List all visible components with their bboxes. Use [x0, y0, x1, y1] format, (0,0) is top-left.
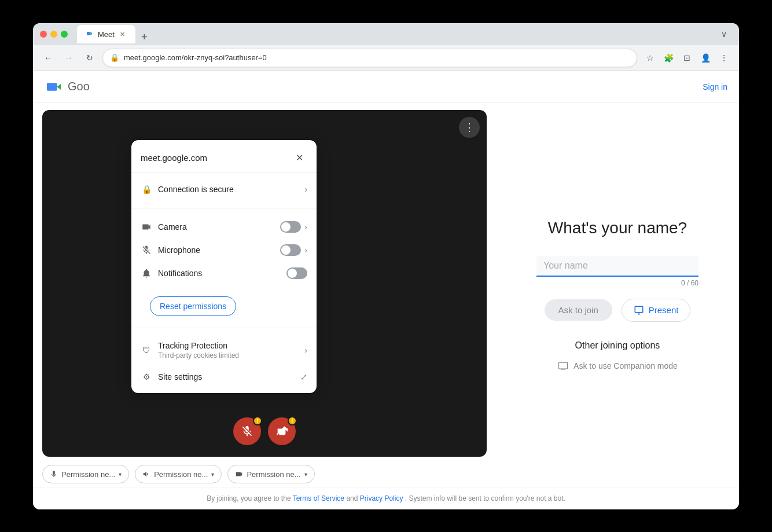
minimize-button[interactable] — [50, 31, 57, 38]
video-more-button[interactable]: ⋮ — [459, 117, 480, 138]
lock-icon: 🔒 — [110, 53, 119, 62]
browser-window: Meet ✕ + ∨ ← → ↻ 🔒 meet.google.com/okr-z… — [33, 23, 739, 509]
traffic-lights — [40, 31, 68, 38]
mic-perm-label: Permission ne... — [61, 470, 115, 479]
site-settings-external-icon: ⤢ — [300, 372, 307, 381]
terms-of-service-link[interactable]: Terms of Service — [293, 494, 344, 502]
menu-icon[interactable]: ⋮ — [716, 50, 732, 66]
notifications-row[interactable]: Notifications — [131, 262, 317, 285]
speaker-permission-pill[interactable]: Permission ne... ▾ — [135, 465, 222, 483]
notifications-perm-icon — [141, 267, 152, 279]
notifications-toggle[interactable] — [286, 267, 307, 279]
mic-off-icon — [241, 425, 253, 438]
tracking-row[interactable]: 🛡 Tracking Protection Third-party cookie… — [131, 335, 317, 365]
title-bar: Meet ✕ + ∨ — [33, 23, 739, 45]
new-tab-button[interactable]: + — [138, 31, 151, 43]
reset-permissions-button[interactable]: Reset permissions — [150, 296, 236, 316]
split-view-icon[interactable]: ⊡ — [679, 50, 695, 66]
popup-close-button[interactable]: ✕ — [291, 149, 307, 166]
char-count: 0 / 60 — [536, 279, 699, 287]
extensions-icon[interactable]: 🧩 — [660, 50, 677, 66]
profile-icon[interactable]: 👤 — [697, 50, 714, 66]
popup-permissions-section: Camera › Microphone › — [131, 211, 317, 289]
address-bar[interactable]: 🔒 meet.google.com/okr-znyq-soi?authuser=… — [102, 49, 637, 67]
active-tab[interactable]: Meet ✕ — [77, 25, 135, 43]
camera-row[interactable]: Camera › — [131, 215, 317, 239]
present-label: Present — [649, 305, 679, 315]
camera-perm-label: Permission ne... — [247, 470, 300, 479]
present-icon — [634, 305, 644, 315]
mic-perm-right: › — [280, 244, 307, 256]
speaker-perm-icon — [142, 470, 150, 478]
name-input[interactable] — [536, 256, 699, 276]
mic-badge: ! — [253, 416, 262, 425]
mic-perm-chevron: ▾ — [119, 471, 122, 478]
meet-header: Goo Sign in — [33, 71, 739, 103]
notifications-label: Notifications — [158, 269, 281, 278]
present-button[interactable]: Present — [622, 299, 691, 322]
camera-perm-row-icon — [141, 221, 152, 233]
mic-perm-row-icon — [141, 244, 152, 256]
cam-toggle-button[interactable]: ! — [268, 417, 296, 445]
mic-perm-icon — [50, 470, 58, 478]
tracking-label: Tracking Protection — [158, 341, 299, 350]
mic-perm-row-label: Microphone — [158, 245, 274, 255]
ask-join-button[interactable]: Ask to join — [545, 299, 612, 321]
back-button[interactable]: ← — [40, 50, 56, 66]
svg-rect-4 — [47, 83, 57, 86]
footer-text-mid: and — [346, 494, 359, 502]
tracking-icon: 🛡 — [141, 344, 152, 356]
tracking-chevron: › — [304, 346, 307, 355]
right-panel: What's your name? 0 / 60 Ask to join Pre… — [496, 103, 739, 487]
companion-mode-button[interactable]: Ask to use Companion mode — [557, 360, 678, 372]
tab-bar: Meet ✕ + — [77, 25, 711, 43]
footer-text-pre: By joining, you agree to the — [207, 494, 293, 502]
tab-close-icon[interactable]: ✕ — [118, 30, 127, 39]
meet-logo: Goo — [45, 78, 90, 96]
other-options-label: Other joining options — [575, 340, 660, 351]
speaker-perm-chevron: ▾ — [211, 471, 214, 478]
footer-text-post: . System info will be sent to confirm yo… — [405, 494, 565, 502]
permission-bar: Permission ne... ▾ Permission ne... ▾ — [33, 461, 496, 487]
join-heading: What's your name? — [548, 219, 687, 237]
name-input-wrapper — [536, 256, 699, 277]
privacy-policy-link[interactable]: Privacy Policy — [360, 494, 403, 502]
connection-row[interactable]: 🔒 Connection is secure › — [131, 178, 317, 201]
join-actions: Ask to join Present — [545, 299, 691, 322]
svg-rect-7 — [559, 362, 568, 369]
camera-perm-row-label: Camera — [158, 222, 274, 232]
svg-rect-2 — [87, 32, 91, 34]
tracking-text: Tracking Protection Third-party cookies … — [158, 341, 299, 359]
omnibox-bar: ← → ↻ 🔒 meet.google.com/okr-znyq-soi?aut… — [33, 45, 739, 71]
svg-rect-6 — [635, 306, 643, 313]
refresh-button[interactable]: ↻ — [82, 50, 98, 66]
speaker-perm-label: Permission ne... — [154, 470, 208, 479]
dropdown-icon[interactable]: ∨ — [716, 26, 732, 42]
popup-divider-2 — [131, 328, 317, 328]
site-settings-icon: ⚙ — [141, 371, 152, 383]
bookmark-icon[interactable]: ☆ — [642, 50, 658, 66]
tab-favicon — [85, 29, 94, 40]
mic-toggle-button[interactable]: ! — [233, 417, 261, 445]
camera-toggle[interactable] — [280, 221, 301, 233]
popup-connection-section: 🔒 Connection is secure › — [131, 173, 317, 206]
site-settings-row[interactable]: ⚙ Site settings ⤢ — [131, 365, 317, 388]
mic-permission-pill[interactable]: Permission ne... ▾ — [42, 465, 129, 483]
video-controls: ! ! — [233, 417, 296, 445]
omnibox-actions: ☆ 🧩 ⊡ 👤 ⋮ — [642, 50, 732, 66]
mic-row-chevron: › — [304, 245, 307, 255]
maximize-button[interactable] — [61, 31, 68, 38]
popup-header: meet.google.com ✕ — [131, 140, 317, 173]
popup-tracking-section: 🛡 Tracking Protection Third-party cookie… — [131, 331, 317, 393]
camera-perm-chevron: ▾ — [304, 471, 307, 478]
camera-permission-pill[interactable]: Permission ne... ▾ — [227, 465, 314, 483]
site-settings-label: Site settings — [158, 372, 295, 381]
close-button[interactable] — [40, 31, 47, 38]
microphone-row[interactable]: Microphone › — [131, 239, 317, 262]
connection-chevron: › — [304, 185, 307, 194]
forward-button[interactable]: → — [61, 50, 77, 66]
camera-perm-icon — [235, 470, 243, 478]
sign-in-button[interactable]: Sign in — [703, 82, 727, 91]
reset-perms-container: Reset permissions — [131, 289, 317, 325]
microphone-toggle[interactable] — [280, 244, 301, 256]
